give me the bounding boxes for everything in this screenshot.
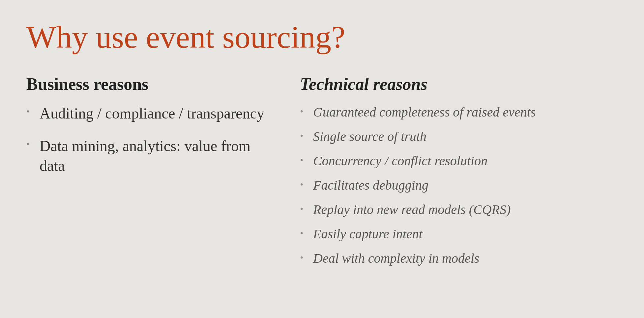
left-column: Business reasons • Auditing / compliance… (26, 74, 274, 298)
left-bullet-list: • Auditing / compliance / transparency •… (26, 104, 274, 189)
left-column-header: Business reasons (26, 74, 274, 94)
list-item: • Auditing / compliance / transparency (26, 104, 274, 123)
list-item: • Easily capture intent (300, 225, 597, 243)
list-item: • Concurrency / conflict resolution (300, 152, 597, 170)
bullet-dot-icon: • (300, 106, 310, 118)
right-bullet-text-2: Single source of truth (313, 128, 597, 145)
bullet-dot-icon: • (300, 154, 310, 166)
slide-title: Why use event sourcing? (26, 20, 618, 55)
bullet-dot-icon: • (300, 252, 310, 264)
list-item: • Single source of truth (300, 128, 597, 145)
slide-container: Why use event sourcing? Business reasons… (0, 0, 644, 318)
bullet-dot-icon: • (300, 179, 310, 191)
bullet-dot-icon: • (26, 106, 36, 118)
list-item: • Guaranteed completeness of raised even… (300, 104, 597, 121)
right-column-header: Technical reasons (300, 74, 597, 94)
bullet-dot-icon: • (300, 227, 310, 239)
right-column: Technical reasons • Guaranteed completen… (300, 74, 597, 298)
right-bullet-text-6: Easily capture intent (313, 225, 597, 243)
list-item: • Deal with complexity in models (300, 250, 597, 267)
bullet-dot-icon: • (300, 130, 310, 142)
right-bullet-text-7: Deal with complexity in models (313, 250, 597, 267)
content-columns: Business reasons • Auditing / compliance… (26, 74, 618, 298)
right-bullet-text-4: Facilitates debugging (313, 177, 597, 194)
list-item: • Replay into new read models (CQRS) (300, 201, 597, 218)
left-bullet-text-2: Data mining, analytics: value from data (40, 136, 274, 176)
left-bullet-text-1: Auditing / compliance / transparency (40, 104, 274, 123)
bullet-dot-icon: • (300, 203, 310, 215)
list-item: • Facilitates debugging (300, 177, 597, 194)
right-bullet-text-5: Replay into new read models (CQRS) (313, 201, 597, 218)
bullet-dot-icon: • (26, 138, 36, 150)
right-bullet-list: • Guaranteed completeness of raised even… (300, 104, 597, 274)
right-bullet-text-1: Guaranteed completeness of raised events (313, 104, 597, 121)
right-bullet-text-3: Concurrency / conflict resolution (313, 152, 597, 170)
list-item: • Data mining, analytics: value from dat… (26, 136, 274, 176)
